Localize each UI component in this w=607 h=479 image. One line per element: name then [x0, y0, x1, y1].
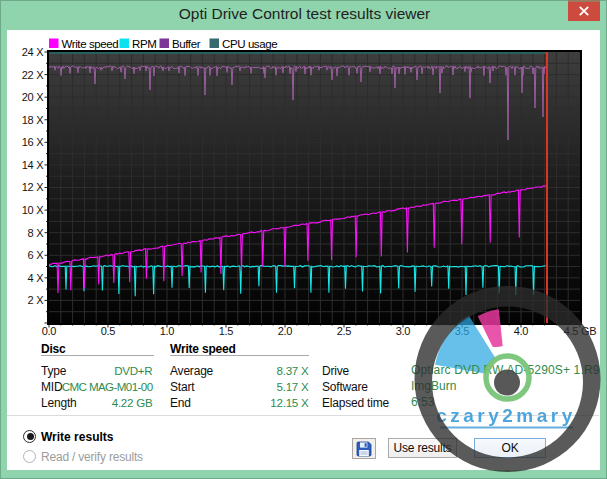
- svg-text:czary2mary: czary2mary: [436, 405, 576, 426]
